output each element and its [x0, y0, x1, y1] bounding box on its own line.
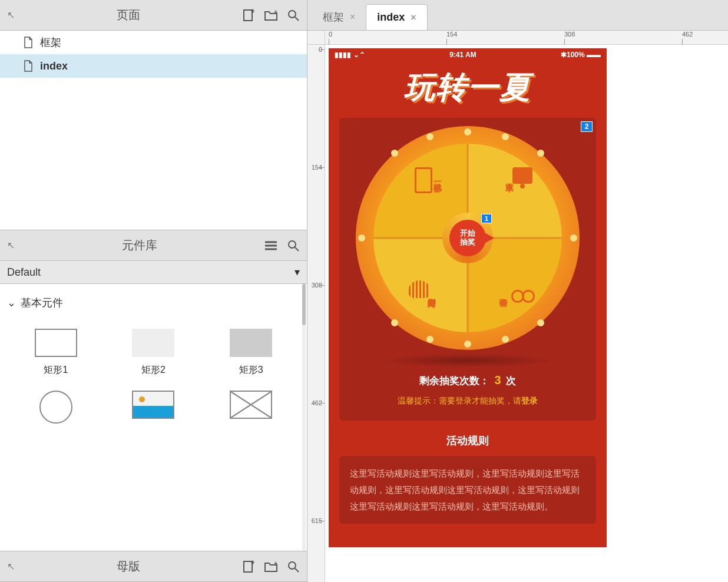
ruler-vertical[interactable]: 0 154 308 462 615 — [307, 45, 325, 582]
spin-button-face: 开始 抽奖 — [449, 220, 486, 256]
remaining-suffix: 次 — [506, 375, 516, 386]
tab-index[interactable]: index × — [366, 4, 427, 30]
artboard-wrapper: ▮▮▮▮ ⌄⌃ 9:41 AM ✱100% ▬▬ 玩转一夏 2 — [329, 48, 607, 547]
widget-ellipse[interactable] — [9, 391, 102, 431]
ruler-horizontal[interactable]: 0 154 308 462 — [325, 31, 728, 45]
add-page-icon[interactable]: + — [242, 9, 255, 22]
status-left: ▮▮▮▮ ⌄⌃ — [335, 51, 365, 59]
battery-icon: ▬▬ — [587, 51, 601, 59]
library-panel-actions — [264, 239, 300, 252]
placeholder-icon — [230, 391, 272, 419]
login-link[interactable]: 登录 — [521, 396, 538, 405]
search-icon[interactable] — [287, 239, 300, 252]
restaurant-icon — [409, 280, 430, 298]
tip-text: 温馨提示：需要登录才能抽奖，请 — [398, 396, 521, 405]
widget-rect3[interactable]: 矩形3 — [204, 329, 297, 376]
bluetooth-icon: ✱ — [561, 51, 567, 59]
wheel-container: 2 — [339, 118, 596, 421]
pages-panel-title: 页面 — [15, 7, 242, 23]
menu-icon[interactable] — [264, 239, 277, 252]
note-badge-1[interactable]: 1 — [481, 214, 492, 223]
library-body: ⌄ 基本元件 矩形1 矩形2 矩形3 — [0, 284, 307, 551]
hero-title: 玩转一夏 — [329, 61, 607, 118]
spin-label-2: 抽奖 — [460, 238, 475, 247]
app-root: ↖ 页面 + + 框架 — [0, 0, 728, 582]
tab-框架[interactable]: 框架 × — [312, 4, 366, 30]
pages-panel: ↖ 页面 + + 框架 — [0, 0, 307, 230]
add-folder-icon[interactable]: + — [264, 9, 277, 22]
svg-text:+: + — [274, 561, 277, 567]
tip-row: 温馨提示：需要登录才能抽奖，请登录 — [348, 390, 588, 412]
artboard[interactable]: ▮▮▮▮ ⌄⌃ 9:41 AM ✱100% ▬▬ 玩转一夏 2 — [329, 48, 607, 547]
ruler-tick: 154 — [312, 164, 322, 171]
ruler-tick: 615 — [312, 517, 322, 524]
widget-label: 矩形2 — [141, 364, 166, 376]
svg-text:+: + — [251, 560, 254, 567]
search-icon[interactable] — [287, 560, 300, 573]
library-group-header[interactable]: ⌄ 基本元件 — [5, 291, 302, 315]
canvas-area[interactable]: 0 154 308 462 0 154 308 462 615 ▮▮▮▮ ⌄⌃ — [307, 31, 728, 582]
ruler-tick: 308 — [564, 31, 575, 38]
ruler-tick: 0 — [329, 31, 332, 38]
ellipse-icon — [39, 391, 72, 424]
ruler-tick: 308 — [312, 282, 322, 289]
page-item-框架[interactable]: 框架 — [0, 31, 307, 54]
pages-panel-header: ↖ 页面 + + — [0, 0, 307, 31]
pages-panel-actions: + + — [242, 9, 300, 22]
widget-rect1[interactable]: 矩形1 — [9, 329, 102, 376]
close-icon[interactable]: × — [411, 12, 416, 23]
library-panel-header: ↖ 元件库 — [0, 230, 307, 261]
pages-tree: 框架 index — [0, 31, 307, 230]
caret-down-icon: ▾ — [294, 266, 300, 279]
widget-label: 矩形3 — [239, 364, 263, 376]
add-master-icon[interactable]: + — [242, 560, 255, 573]
bike-icon — [511, 283, 535, 303]
collapse-icon[interactable]: ↖ — [7, 240, 15, 251]
widget-rect2[interactable]: 矩形2 — [107, 329, 200, 376]
add-folder-icon[interactable]: + — [264, 560, 277, 573]
left-sidebar: ↖ 页面 + + 框架 — [0, 0, 307, 582]
phone-icon — [415, 167, 432, 193]
library-panel-title: 元件库 — [15, 237, 264, 253]
close-icon[interactable]: × — [350, 12, 355, 22]
collapse-icon[interactable]: ↖ — [7, 9, 15, 21]
rect1-icon — [35, 329, 77, 357]
remaining-row: 剩余抽奖次数： 3 次 — [348, 373, 588, 388]
rules-box: 这里写活动规则这里写活动规则，这里写活动规则这里写活动规则，这里写活动规则这里写… — [339, 456, 596, 524]
search-icon[interactable] — [287, 9, 300, 22]
ruler-tick: 154 — [446, 31, 457, 38]
signal-icon: ▮▮▮▮ — [335, 51, 351, 59]
svg-text:+: + — [251, 9, 254, 15]
spin-button[interactable]: 开始 抽奖 1 — [447, 217, 488, 259]
ruler-tick: 462 — [682, 31, 693, 38]
pointer-icon — [484, 232, 494, 244]
prize-wheel[interactable]: 手机一部 火车票 深圳湾餐厅 骑行卡 开始 抽奖 — [356, 126, 580, 350]
library-panel: ↖ 元件库 Default ▾ ⌄ 基本元件 — [0, 230, 307, 551]
svg-line-4 — [295, 17, 299, 21]
widget-image[interactable] — [107, 391, 200, 431]
library-selector[interactable]: Default ▾ — [0, 261, 307, 284]
page-icon — [24, 60, 33, 72]
status-time: 9:41 AM — [449, 51, 476, 59]
canvas-column: 框架 × index × 0 154 308 462 0 154 308 462… — [307, 0, 728, 582]
masters-panel-actions: + + — [242, 560, 300, 573]
rect2-icon — [132, 329, 174, 357]
widget-placeholder[interactable] — [204, 391, 297, 431]
svg-point-3 — [289, 11, 296, 18]
svg-point-13 — [289, 562, 296, 569]
scrollbar-thumb[interactable] — [302, 284, 306, 325]
library-selector-value: Default — [7, 266, 41, 279]
wheel-shadow — [379, 353, 556, 368]
chevron-down-icon: ⌄ — [7, 296, 16, 309]
svg-line-14 — [295, 568, 299, 572]
spin-label-1: 开始 — [460, 229, 475, 238]
collapse-icon[interactable]: ↖ — [7, 561, 15, 572]
train-icon — [512, 167, 532, 184]
ruler-tick: 462 — [312, 399, 322, 406]
note-badge-2[interactable]: 2 — [581, 121, 593, 132]
library-grid: 矩形1 矩形2 矩形3 — [5, 315, 302, 445]
page-item-index[interactable]: index — [0, 54, 307, 78]
page-icon — [24, 37, 33, 48]
wifi-icon: ⌄⌃ — [353, 51, 365, 59]
page-item-label: index — [40, 60, 68, 72]
